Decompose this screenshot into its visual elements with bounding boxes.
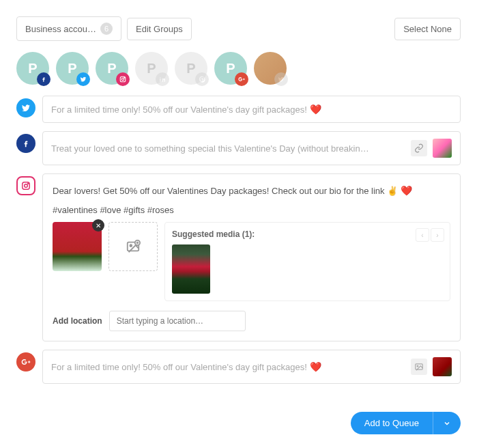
add-location-label: Add location: [53, 316, 102, 326]
gplus-composer[interactable]: For a limited time only! 50% off our Val…: [42, 350, 461, 384]
twitter-icon: [274, 72, 288, 86]
svg-point-1: [121, 78, 124, 80]
gplus-thumbnail[interactable]: [433, 357, 452, 376]
media-row: ✕ Suggested media (1): ‹ ›: [53, 222, 450, 301]
svg-point-7: [130, 244, 132, 247]
edit-groups-button[interactable]: Edit Groups: [127, 18, 192, 40]
account-count-badge: 6: [100, 23, 113, 35]
business-account-button[interactable]: Business accou… 6: [16, 16, 121, 41]
suggested-nav: ‹ ›: [416, 228, 444, 242]
suggested-media-thumb[interactable]: [172, 244, 210, 294]
queue-dropdown-button[interactable]: [433, 412, 461, 434]
suggested-media-box: Suggested media (1): ‹ ›: [164, 222, 450, 301]
twitter-composer[interactable]: For a limited time only! 50% off our Val…: [42, 96, 461, 123]
chevron-down-icon: [443, 419, 451, 428]
suggested-prev-button[interactable]: ‹: [416, 228, 429, 242]
facebook-composer[interactable]: Treat your loved one to something specia…: [42, 131, 461, 165]
avatar-gplus[interactable]: P: [214, 52, 247, 85]
link-icon[interactable]: [411, 140, 427, 156]
location-input[interactable]: [109, 311, 246, 331]
footer: Add to Queue: [351, 412, 461, 434]
twitter-icon: [16, 98, 35, 117]
twitter-icon: [76, 72, 90, 86]
facebook-thumbnail[interactable]: [433, 139, 452, 158]
instagram-icon: [16, 176, 35, 195]
avatar-linkedin[interactable]: P: [135, 52, 168, 85]
avatar-facebook[interactable]: P: [16, 52, 49, 85]
gplus-icon: [16, 352, 35, 372]
gplus-placeholder: For a limited time only! 50% off our Val…: [51, 361, 405, 372]
image-icon[interactable]: [411, 359, 427, 375]
gplus-icon: [235, 72, 248, 86]
instagram-row: Dear lovers! Get 50% off our Valentines …: [16, 173, 461, 341]
heart-emoji: ❤️: [401, 185, 412, 196]
avatar-person[interactable]: [254, 52, 287, 85]
gplus-row: For a limited time only! 50% off our Val…: [16, 350, 461, 384]
svg-point-10: [417, 365, 418, 367]
pinterest-icon: [195, 72, 209, 86]
add-media-button[interactable]: [109, 222, 158, 271]
business-account-label: Business accou…: [25, 24, 96, 34]
svg-point-5: [28, 183, 29, 184]
facebook-placeholder: Treat your loved one to something specia…: [51, 143, 405, 154]
avatar-row: P P P P P P: [16, 52, 461, 85]
linkedin-icon: [156, 72, 169, 86]
peace-emoji: ✌️: [387, 186, 398, 196]
attached-media-thumb[interactable]: ✕: [53, 222, 102, 271]
avatar-twitter[interactable]: P: [56, 52, 89, 85]
instagram-text: Dear lovers! Get 50% off our Valentines …: [53, 184, 450, 198]
select-none-button[interactable]: Select None: [394, 18, 461, 40]
top-bar: Business accou… 6 Edit Groups Select Non…: [16, 16, 461, 41]
suggested-next-button[interactable]: ›: [431, 228, 444, 242]
location-row: Add location: [53, 311, 450, 331]
svg-point-2: [124, 77, 125, 78]
add-to-queue-button[interactable]: Add to Queue: [351, 412, 433, 434]
twitter-placeholder: For a limited time only! 50% off our Val…: [51, 104, 452, 115]
suggested-media-label: Suggested media (1):: [172, 229, 443, 239]
avatar-instagram[interactable]: P: [96, 52, 128, 85]
instagram-composer[interactable]: Dear lovers! Get 50% off our Valentines …: [42, 173, 461, 341]
facebook-row: Treat your loved one to something specia…: [16, 131, 461, 165]
avatar-pinterest[interactable]: P: [175, 52, 207, 85]
svg-point-4: [25, 184, 28, 188]
twitter-row: For a limited time only! 50% off our Val…: [16, 96, 461, 123]
instagram-hashtags: #valentines #love #gifts #roses: [53, 205, 450, 215]
facebook-icon: [16, 134, 35, 153]
remove-media-icon[interactable]: ✕: [92, 219, 104, 232]
facebook-icon: [37, 72, 50, 86]
instagram-icon: [116, 72, 130, 86]
